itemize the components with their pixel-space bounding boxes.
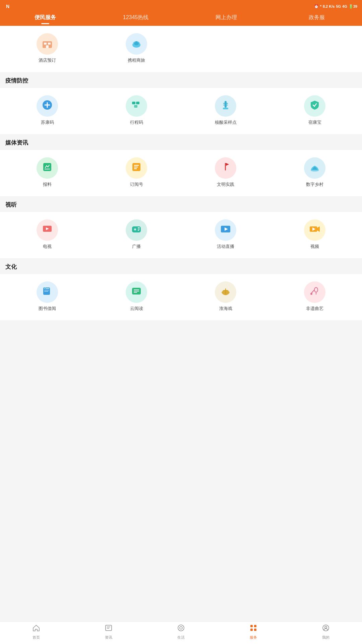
svg-marker-36: [317, 226, 320, 232]
icon-tv[interactable]: 电视: [3, 216, 92, 253]
svg-point-52: [310, 293, 312, 295]
icon-nucleic[interactable]: 核酸采样点: [181, 92, 270, 129]
icon-radio[interactable]: 广播: [92, 216, 181, 253]
signal-4g: 4G: [342, 4, 347, 8]
live-circle: [215, 219, 236, 241]
alarm-icon: ⏰: [314, 4, 319, 9]
svg-rect-10: [134, 105, 137, 108]
svg-rect-2: [48, 43, 51, 45]
grid-media: 报料订阅号文明实践数字乡村: [0, 154, 362, 191]
section-media: 报料订阅号文明实践数字乡村: [0, 150, 362, 196]
status-left: N: [5, 4, 9, 9]
radio-icon: [130, 223, 142, 237]
village-icon: [309, 161, 321, 175]
sections-container: 疫情防控苏康码行程码核酸采样点宿康宝媒体资讯报料订阅号文明实践数字乡村视听电视广…: [0, 72, 362, 320]
sukangbao-label: 宿康宝: [308, 119, 321, 125]
sukangbao-circle: [304, 95, 325, 117]
section-header-epidemic: 疫情防控: [0, 72, 362, 88]
svg-rect-8: [132, 102, 135, 104]
svg-point-50: [314, 287, 318, 292]
section-header-culture: 文化: [0, 258, 362, 274]
svg-point-24: [311, 169, 319, 172]
live-label: 活动直播: [217, 244, 234, 250]
hotel-label: 酒店预订: [39, 57, 56, 63]
sukangbao-icon: [309, 99, 321, 113]
subscribe-label: 订阅号: [130, 181, 143, 187]
icon-sukang[interactable]: 苏康码: [3, 92, 92, 129]
icon-ctrip[interactable]: 携程商旅: [92, 30, 181, 67]
tv-icon: [41, 223, 53, 237]
grid-epidemic: 苏康码行程码核酸采样点宿康宝: [0, 92, 362, 129]
nucleic-label: 核酸采样点: [215, 119, 237, 125]
village-label: 数字乡村: [306, 181, 323, 187]
heritage-icon: [309, 285, 321, 300]
icon-heritage[interactable]: 非遗曲艺: [270, 278, 359, 315]
svg-rect-11: [225, 101, 227, 108]
icon-reading[interactable]: 云阅读: [92, 278, 181, 315]
grid-culture: 图书借阅云阅读淮海戏非遗曲艺: [0, 278, 362, 315]
svg-rect-9: [136, 102, 139, 104]
icon-travel[interactable]: 行程码: [92, 92, 181, 129]
svg-rect-3: [46, 45, 49, 48]
svg-rect-15: [43, 163, 51, 171]
travel-icon: [130, 99, 142, 113]
icon-live[interactable]: 活动直播: [181, 216, 270, 253]
report-label: 报料: [43, 181, 52, 187]
icon-library[interactable]: 图书借阅: [3, 278, 92, 315]
ctrip-icon-circle: [126, 33, 147, 55]
battery-icon: 🔋39: [349, 4, 357, 9]
icon-huaihai[interactable]: 淮海戏: [181, 278, 270, 315]
section-epidemic: 苏康码行程码核酸采样点宿康宝: [0, 88, 362, 134]
radio-circle: [126, 219, 147, 241]
bluetooth-icon: *: [320, 4, 321, 8]
hotel-icon-circle: [37, 33, 58, 55]
grid-audio: 电视广播活动直播视频: [0, 216, 362, 253]
tab-online[interactable]: 网上办理: [181, 12, 272, 23]
radio-label: 广播: [132, 244, 141, 250]
nfc-icon: N: [6, 4, 9, 9]
svg-rect-1: [44, 43, 47, 45]
top-icon-section: 酒店预订 携程商旅: [0, 26, 362, 72]
nucleic-icon: [220, 99, 232, 113]
svg-point-29: [134, 229, 136, 230]
icon-village[interactable]: 数字乡村: [270, 154, 359, 191]
icon-sukangbao[interactable]: 宿康宝: [270, 92, 359, 129]
svg-rect-40: [45, 287, 46, 289]
sukang-icon: [41, 99, 53, 113]
ctrip-label: 携程商旅: [128, 57, 145, 63]
huaihai-circle: [215, 281, 236, 303]
svg-marker-23: [226, 163, 229, 166]
signal-5g: 5G: [336, 4, 341, 8]
travel-label: 行程码: [130, 119, 143, 125]
village-circle: [304, 157, 325, 179]
tab-government[interactable]: 政务服: [272, 12, 362, 23]
huaihai-label: 淮海戏: [219, 306, 232, 312]
heritage-label: 非遗曲艺: [306, 306, 323, 312]
icon-video[interactable]: 视频: [270, 216, 359, 253]
tab-bianmin[interactable]: 便民服务: [0, 12, 90, 23]
icon-report[interactable]: 报料: [3, 154, 92, 191]
report-circle: [37, 157, 58, 179]
icon-hotel[interactable]: 酒店预订: [3, 30, 92, 67]
hotel-icon: [41, 38, 53, 50]
culture-circle: [215, 157, 236, 179]
video-icon: [309, 223, 321, 237]
culture-label: 文明实践: [217, 181, 234, 187]
svg-point-6: [135, 41, 137, 43]
reading-icon: [130, 285, 142, 300]
section-audio: 电视广播活动直播视频: [0, 212, 362, 258]
subscribe-circle: [126, 157, 147, 179]
video-circle: [304, 219, 325, 241]
reading-circle: [126, 281, 147, 303]
library-circle: [37, 281, 58, 303]
nucleic-circle: [215, 95, 236, 117]
section-header-media: 媒体资讯: [0, 134, 362, 150]
library-label: 图书借阅: [39, 306, 56, 312]
reading-label: 云阅读: [130, 306, 143, 312]
icon-culture[interactable]: 文明实践: [181, 154, 270, 191]
icon-subscribe[interactable]: 订阅号: [92, 154, 181, 191]
live-icon: [220, 223, 232, 237]
section-header-audio: 视听: [0, 196, 362, 212]
main-content: 酒店预订 携程商旅 疫情防控苏康码行程码核酸采样点宿康宝媒体资讯报料订阅号文明实…: [0, 26, 362, 344]
tab-hotline[interactable]: 12345热线: [90, 12, 181, 23]
